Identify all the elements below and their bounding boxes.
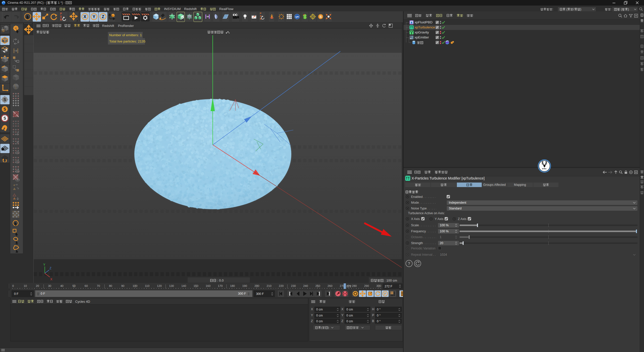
svg-text:Z: Z [102, 14, 104, 19]
svg-text:Y: Y [93, 14, 95, 19]
svg-text:S: S [4, 116, 6, 120]
svg-text:X: X [84, 14, 86, 19]
svg-text:P: P [384, 292, 386, 296]
svg-text:QR: QR [295, 16, 299, 18]
svg-text:S: S [4, 107, 6, 111]
svg-text:Z: Z [50, 267, 51, 270]
svg-text:S: S [319, 15, 322, 19]
svg-text:Y: Y [43, 263, 45, 267]
svg-text:X: X [50, 278, 52, 281]
svg-text:S: S [4, 97, 6, 102]
svg-text:?: ? [408, 261, 410, 266]
